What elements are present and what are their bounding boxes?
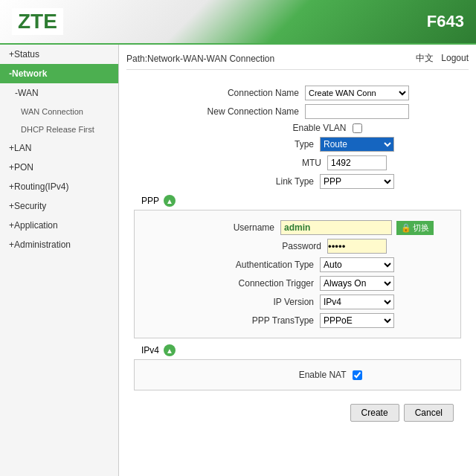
main-layout: +Status -Network -WAN WAN Connection DHC… [0,45,476,476]
enable-vlan-label: Enable VLAN [234,123,353,133]
new-connection-label: New Connection Name [186,106,305,117]
link-type-label: Link Type [201,176,320,187]
sidebar-item-application[interactable]: +Application [0,216,118,235]
conn-trigger-row: Connection Trigger Always On Manual [141,276,454,291]
connection-name-row: Connection Name Create WAN Conn [126,86,469,100]
enable-nat-control [353,370,362,380]
mtu-input[interactable] [327,155,387,170]
ip-version-label: IP Version [201,297,320,307]
auth-type-label: Authentication Type [201,260,320,270]
ipv4-label: IPv4 [141,345,159,356]
sidebar-item-wan[interactable]: -WAN [0,83,118,103]
enable-vlan-checkbox[interactable] [353,123,362,133]
switch-label: 切换 [413,222,429,234]
password-label: Password [208,241,327,251]
ip-version-control: IPv4 IPv6 [320,295,394,309]
header: ZTE F643 [0,0,476,45]
mtu-row: MTU [126,155,469,170]
enable-nat-row: Enable NAT [141,370,454,380]
ppp-section-box: Username 🔒 切换 Password [134,210,461,338]
ppp-transtype-label: PPP TransType [201,315,320,326]
conn-trigger-control: Always On Manual [320,276,394,291]
new-connection-name-row: New Connection Name [126,104,469,119]
sidebar-item-dhcp-release[interactable]: DHCP Release First [0,120,118,138]
sidebar-item-status[interactable]: +Status [0,45,118,64]
sidebar-item-routing[interactable]: +Routing(IPv4) [0,177,118,196]
ipv4-section-box: Enable NAT [134,359,461,390]
username-row: Username 🔒 切换 [141,220,454,235]
ipv4-collapse-btn[interactable]: ▲ [164,344,176,356]
ppp-transtype-row: PPP TransType PPPoE PPPoA [141,313,454,328]
username-label: Username [161,222,280,233]
password-row: Password [141,239,454,254]
link-type-select[interactable]: PPP IPoE [320,174,394,189]
sidebar-item-network[interactable]: -Network [0,64,118,83]
mtu-control [327,155,387,170]
new-connection-input[interactable] [305,104,409,119]
ip-version-select[interactable]: IPv4 IPv6 [320,295,394,309]
link-type-control: PPP IPoE [320,174,394,189]
sidebar-item-pon[interactable]: +PON [0,158,118,177]
ip-version-row: IP Version IPv4 IPv6 [141,295,454,309]
logout-link[interactable]: Logout [441,53,469,63]
action-bar: Create Cancel [126,398,469,428]
connection-name-select[interactable]: Create WAN Conn [305,86,409,100]
ppp-transtype-select[interactable]: PPPoE PPPoA [320,313,394,328]
type-label: Type [201,139,320,149]
username-control: 🔒 切换 [280,220,434,235]
enable-vlan-row: Enable VLAN [126,123,469,133]
sidebar-item-wan-connection[interactable]: WAN Connection [0,103,118,120]
sidebar-item-security[interactable]: +Security [0,196,118,216]
auth-type-control: Auto PAP CHAP [320,257,394,272]
enable-nat-checkbox[interactable] [353,370,362,380]
breadcrumb-text: Path:Network-WAN-WAN Connection [126,54,274,64]
model-name: F643 [427,12,464,31]
ppp-label: PPP [141,196,159,206]
conn-trigger-label: Connection Trigger [201,278,320,289]
create-button[interactable]: Create [350,404,399,422]
auth-type-select[interactable]: Auto PAP CHAP [320,257,394,272]
sidebar-item-administration[interactable]: +Administration [0,235,118,254]
type-row: Type Route Bridge [126,137,469,152]
logo: ZTE [12,8,63,35]
ppp-collapse-btn[interactable]: ▲ [164,195,176,207]
enable-vlan-control [353,123,362,133]
password-control [327,239,387,254]
connection-name-control: Create WAN Conn [305,86,409,100]
lock-icon: 🔒 [401,223,411,233]
switch-button[interactable]: 🔒 切换 [396,221,434,235]
cancel-button[interactable]: Cancel [404,404,454,422]
type-select[interactable]: Route Bridge [320,137,394,152]
auth-type-row: Authentication Type Auto PAP CHAP [141,257,454,272]
link-type-row: Link Type PPP IPoE [126,174,469,189]
breadcrumb-links: 中文 Logout [416,52,469,65]
breadcrumb: Path:Network-WAN-WAN Connection 中文 Logou… [126,52,469,70]
wan-form: Connection Name Create WAN Conn New Conn… [126,77,469,432]
new-connection-control [305,104,409,119]
username-input[interactable] [280,220,392,235]
lang-link[interactable]: 中文 [416,53,434,63]
enable-nat-label: Enable NAT [234,370,353,380]
ppp-transtype-control: PPPoE PPPoA [320,313,394,328]
content-area: Path:Network-WAN-WAN Connection 中文 Logou… [119,45,476,476]
conn-trigger-select[interactable]: Always On Manual [320,276,394,291]
ipv4-section-header: IPv4 ▲ [141,344,469,356]
ppp-section-header: PPP ▲ [141,195,469,207]
mtu-label: MTU [208,158,327,168]
password-input[interactable] [327,239,387,254]
sidebar: +Status -Network -WAN WAN Connection DHC… [0,45,119,476]
sidebar-item-lan[interactable]: +LAN [0,138,118,158]
connection-name-label: Connection Name [186,88,305,98]
type-control: Route Bridge [320,137,394,152]
